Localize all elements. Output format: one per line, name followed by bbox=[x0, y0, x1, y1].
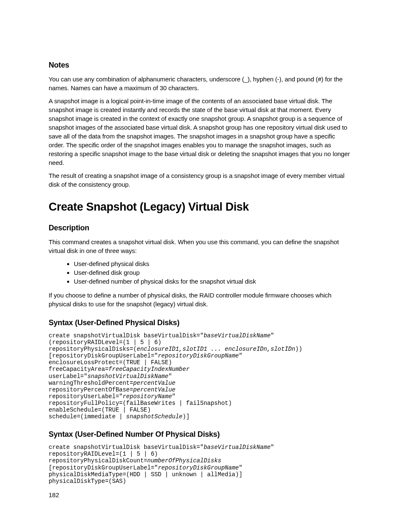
syntax2-code: create snapshotVirtualDisk baseVirtualDi… bbox=[49, 444, 352, 485]
notes-p1: You can use any combination of alphanume… bbox=[49, 75, 352, 92]
description-outro: If you choose to define a number of phys… bbox=[49, 291, 352, 308]
syntax1-code: create snapshotVirtualDisk baseVirtualDi… bbox=[49, 332, 352, 420]
notes-p2: A snapshot image is a logical point-in-t… bbox=[49, 96, 352, 167]
description-intro: This command creates a snapshot virtual … bbox=[49, 237, 352, 255]
section-title: Create Snapshot (Legacy) Virtual Disk bbox=[49, 201, 352, 214]
page-number: 182 bbox=[49, 491, 59, 498]
list-item: User-defined number of physical disks fo… bbox=[74, 277, 352, 286]
list-item: User-defined physical disks bbox=[74, 259, 352, 268]
list-item: User-defined disk group bbox=[74, 268, 352, 277]
description-heading: Description bbox=[49, 224, 352, 232]
description-list: User-defined physical disks User-defined… bbox=[74, 259, 352, 286]
notes-p3: The result of creating a snapshot image … bbox=[49, 171, 352, 189]
notes-heading: Notes bbox=[49, 61, 352, 70]
syntax1-heading: Syntax (User-Defined Physical Disks) bbox=[49, 318, 352, 327]
syntax2-heading: Syntax (User-Defined Number Of Physical … bbox=[49, 430, 352, 439]
